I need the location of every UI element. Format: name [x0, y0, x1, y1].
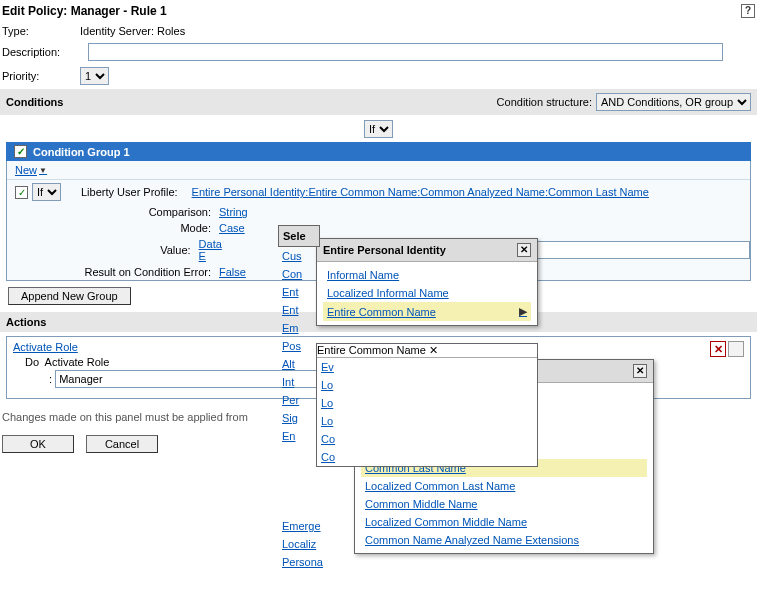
- menu-item-partial[interactable]: Int: [278, 373, 320, 391]
- menu-item-partial[interactable]: Co: [317, 430, 537, 448]
- menu-item-partial[interactable]: Em: [278, 319, 320, 337]
- result-value[interactable]: False: [219, 266, 246, 278]
- submenu-arrow-icon: ▶: [519, 305, 527, 318]
- copy-action-icon[interactable]: [728, 341, 744, 357]
- condition-if-select[interactable]: If: [32, 183, 61, 201]
- comparison-value[interactable]: String: [219, 206, 248, 218]
- menu-item[interactable]: Localized Informal Name: [323, 284, 531, 302]
- menu-item-partial[interactable]: Lo: [317, 376, 537, 394]
- menu-item-partial[interactable]: Lo: [317, 394, 537, 412]
- profile-label: Liberty User Profile:: [81, 186, 178, 198]
- if-select-top[interactable]: If: [364, 120, 393, 138]
- dropdown-arrow-icon: ▼: [39, 166, 47, 175]
- condition-structure-select[interactable]: AND Conditions, OR group: [596, 93, 751, 111]
- result-label: Result on Condition Error:: [49, 266, 219, 278]
- popup-select-profile-partial: Sele CusConEntEntEmPosAltIntPerSigEn: [278, 225, 320, 445]
- profile-value-link[interactable]: Entire Personal Identity:Entire Common N…: [192, 186, 649, 198]
- close-icon[interactable]: ✕: [517, 243, 531, 257]
- mode-label: Mode:: [49, 222, 219, 234]
- priority-label: Priority:: [2, 70, 80, 82]
- conditions-heading: Conditions: [6, 96, 63, 108]
- cancel-button[interactable]: Cancel: [86, 435, 158, 453]
- priority-row: Priority: 1: [0, 64, 757, 88]
- type-value: Identity Server: Roles: [80, 25, 185, 37]
- menu-item[interactable]: Entire Common Name▶: [323, 302, 531, 321]
- menu-item[interactable]: Informal Name: [323, 266, 531, 284]
- popup1-title: Sele: [278, 225, 320, 247]
- priority-select[interactable]: 1: [80, 67, 109, 85]
- menu-item-partial[interactable]: En: [278, 427, 320, 445]
- page-title-text: Edit Policy: Manager - Rule 1: [2, 4, 167, 18]
- condition-row-checkbox[interactable]: [15, 186, 28, 199]
- description-row: Description:: [0, 40, 757, 64]
- popup-entire-common-name-partial: Entire Common Name ✕ EvLoLoLoCoCo: [316, 343, 538, 463]
- condition-group-header: Condition Group 1: [6, 142, 751, 161]
- activate-role-link[interactable]: Activate Role: [13, 341, 78, 353]
- mode-value[interactable]: Case: [219, 222, 245, 234]
- new-condition-link[interactable]: New ▼: [7, 161, 55, 179]
- close-icon[interactable]: ✕: [429, 344, 438, 356]
- popup2-title: Entire Personal Identity: [323, 244, 446, 256]
- do-label: Do: [25, 356, 39, 368]
- condition-row: If Liberty User Profile: Entire Personal…: [7, 179, 750, 204]
- help-icon[interactable]: ?: [741, 4, 755, 18]
- popup3-title: Entire Common Name: [317, 344, 426, 356]
- conditions-header: Conditions Condition structure: AND Cond…: [0, 88, 757, 116]
- condition-structure-label: Condition structure:: [497, 96, 592, 108]
- menu-item-partial[interactable]: Per: [278, 391, 320, 409]
- description-label: Description:: [2, 46, 88, 58]
- menu-item-partial[interactable]: Con: [278, 265, 320, 283]
- if-bar: If: [0, 116, 757, 142]
- delete-action-icon[interactable]: ✕: [710, 341, 726, 357]
- page-title-bar: Edit Policy: Manager - Rule 1 ?: [0, 0, 757, 22]
- append-new-group-button[interactable]: Append New Group: [8, 287, 131, 305]
- menu-item-partial[interactable]: Lo: [317, 412, 537, 430]
- ok-button[interactable]: OK: [2, 435, 74, 453]
- menu-item-partial[interactable]: Co: [317, 448, 537, 463]
- value-value[interactable]: Data E: [199, 238, 228, 262]
- value-label: Value:: [49, 244, 199, 256]
- menu-item-partial[interactable]: Cus: [278, 247, 320, 265]
- type-row: Type: Identity Server: Roles: [0, 22, 757, 40]
- menu-item-partial[interactable]: Alt: [278, 355, 320, 373]
- type-label: Type:: [2, 25, 80, 37]
- condition-group-title: Condition Group 1: [33, 146, 130, 158]
- menu-item-partial[interactable]: Ent: [278, 301, 320, 319]
- popup-entire-personal-identity: Entire Personal Identity ✕ Informal Name…: [316, 238, 538, 326]
- menu-item-partial[interactable]: Sig: [278, 409, 320, 427]
- do-action-text: Activate Role: [45, 356, 110, 368]
- description-input[interactable]: [88, 43, 723, 61]
- do-colon: :: [49, 373, 52, 385]
- condition-group-checkbox[interactable]: [14, 145, 27, 158]
- menu-item-partial[interactable]: Ev: [317, 358, 537, 376]
- comparison-label: Comparison:: [49, 206, 219, 218]
- close-icon[interactable]: ✕: [633, 364, 647, 378]
- actions-heading: Actions: [6, 316, 46, 328]
- menu-item-partial[interactable]: Ent: [278, 283, 320, 301]
- menu-item-partial[interactable]: Pos: [278, 337, 320, 355]
